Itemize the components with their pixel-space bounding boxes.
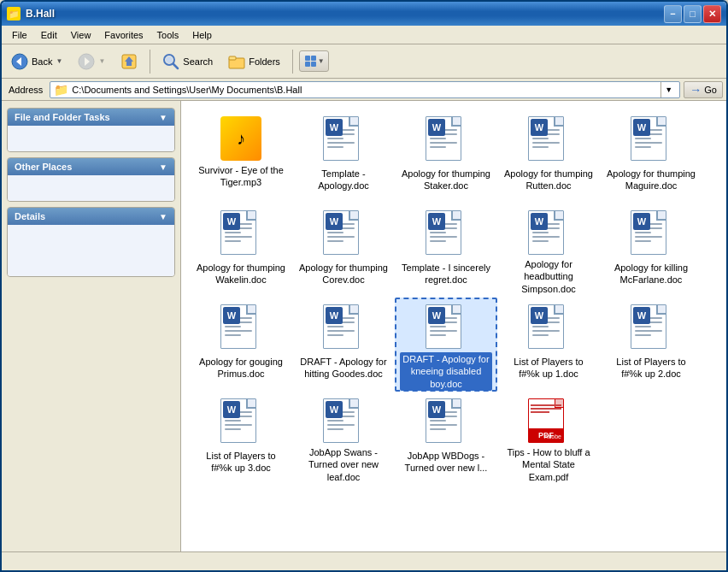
file-name: Apology for killing McFarlane.doc [605,262,697,286]
file-name: List of Players to f#%k up 1.doc [502,356,595,380]
file-name: Survivor - Eye of the Tiger.mp3 [195,164,287,189]
pdf-icon: PDF Adobe [528,398,569,443]
folders-button[interactable]: Folders [222,50,286,74]
file-folder-tasks-section: File and Folder Tasks ▼ [7,108,175,152]
file-item-5[interactable]: W Apology for thumping Maguire.doc [600,109,702,203]
back-dropdown[interactable]: ▼ [56,57,62,65]
toolbar-separator-1 [150,50,150,74]
window-icon: 📁 [7,7,21,21]
menu-help[interactable]: Help [185,28,219,42]
file-name: Apology for headbutting Simpson.doc [502,258,595,295]
mp3-icon: ♪ [220,116,261,161]
file-item-11[interactable]: W Apology for gouging Primus.doc [190,298,292,392]
doc-icon: W [323,398,364,443]
file-name: Apology for thumping Wakelin.doc [195,262,287,286]
file-name: Template - Apology.doc [297,168,390,192]
left-panel: File and Folder Tasks ▼ Other Places ▼ D… [2,101,181,551]
file-item-19[interactable]: PDF Adobe Tips - How to bluff a Mental S… [497,392,600,486]
views-dropdown-arrow[interactable]: ▼ [318,57,325,65]
doc-icon: W [426,210,467,258]
file-folder-tasks-label: File and Folder Tasks [15,112,110,122]
main-area: File and Folder Tasks ▼ Other Places ▼ D… [2,101,726,551]
main-window: 📁 B.Hall − □ ✕ File Edit View Favorites … [0,0,728,572]
other-places-arrow: ▼ [159,162,167,172]
file-item-10[interactable]: W Apology for killing McFarlane.doc [600,203,702,298]
menu-bar: File Edit View Favorites Tools Help [2,26,726,44]
file-item-14[interactable]: W List of Players to f#%k up 1.doc [497,298,600,392]
doc-icon: W [220,398,261,446]
file-item-6[interactable]: W Apology for thumping Wakelin.doc [190,203,292,298]
file-name: Tips - How to bluff a Mental State Exam.… [502,446,595,483]
svg-line-9 [173,64,178,68]
title-bar: 📁 B.Hall − □ ✕ [2,2,726,26]
menu-favorites[interactable]: Favorites [97,28,150,42]
doc-icon: W [631,304,672,352]
file-name: Apology for thumping Corev.doc [297,262,390,286]
file-name: Apology for thumping Rutten.doc [502,168,595,192]
details-section: Details ▼ [7,207,175,277]
details-body [8,225,174,276]
svg-point-8 [166,56,173,63]
file-item-2[interactable]: W Template - Apology.doc [292,109,395,203]
doc-icon: W [220,304,261,352]
other-places-header[interactable]: Other Places ▼ [8,158,174,175]
file-item-3[interactable]: W Apology for thumping Staker.doc [395,109,497,203]
up-button[interactable] [114,50,144,74]
views-button[interactable]: ▼ [299,50,329,72]
doc-icon: W [323,116,364,164]
file-area: ♪ Survivor - Eye of the Tiger.mp3 W Temp… [181,101,726,551]
back-icon [11,53,28,70]
title-bar-left: 📁 B.Hall [7,7,55,21]
menu-view[interactable]: View [64,28,98,42]
file-item-12[interactable]: W DRAFT - Apology for hitting Goodes.doc [292,298,395,392]
title-buttons: − □ ✕ [664,5,721,23]
back-label: Back [32,56,52,67]
file-item-16[interactable]: W List of Players to f#%k up 3.doc [190,392,292,486]
back-button[interactable]: Back ▼ [5,50,68,74]
forward-dropdown[interactable]: ▼ [98,57,105,65]
menu-tools[interactable]: Tools [150,28,186,42]
file-item-7[interactable]: W Apology for thumping Corev.doc [292,203,395,298]
doc-icon: W [631,210,672,258]
go-button[interactable]: → Go [684,81,723,98]
maximize-button[interactable]: □ [684,5,702,23]
minimize-button[interactable]: − [664,5,682,23]
address-label: Address [5,85,46,95]
forward-icon [78,53,95,70]
doc-icon: W [426,304,467,349]
file-name: JobApp Swans - Turned over new leaf.doc [297,446,390,483]
up-icon [120,53,138,70]
doc-icon: W [426,116,467,164]
file-item-17[interactable]: W JobApp Swans - Turned over new leaf.do… [292,392,395,486]
other-places-section: Other Places ▼ [7,157,175,202]
views-icon [303,54,318,68]
file-item-8[interactable]: W Template - I sincerely regret.doc [395,203,497,298]
file-name: DRAFT - Apology for hitting Goodes.doc [297,356,390,380]
search-icon [162,53,179,70]
details-label: Details [15,211,45,221]
file-item-18[interactable]: W JobApp WBDogs - Turned over new l... [395,392,497,486]
file-folder-tasks-header[interactable]: File and Folder Tasks ▼ [8,109,174,126]
address-folder-icon: 📁 [54,83,68,97]
address-dropdown[interactable]: ▼ [660,82,676,97]
file-name: List of Players to f#%k up 3.doc [195,450,287,475]
file-item-1[interactable]: ♪ Survivor - Eye of the Tiger.mp3 [190,109,292,203]
file-item-9[interactable]: W Apology for headbutting Simpson.doc [497,203,600,298]
file-name: List of Players to f#%k up 2.doc [605,356,697,380]
menu-edit[interactable]: Edit [34,28,64,42]
close-button[interactable]: ✕ [703,5,721,23]
file-item-15[interactable]: W List of Players to f#%k up 2.doc [600,298,702,392]
search-button[interactable]: Search [156,50,219,74]
menu-file[interactable]: File [5,28,34,42]
doc-icon: W [323,210,364,258]
file-item-13[interactable]: W DRAFT - Apology for kneeing disabled b… [395,298,497,392]
doc-icon: W [631,116,672,164]
details-header[interactable]: Details ▼ [8,208,174,225]
other-places-body [8,175,174,201]
file-item-4[interactable]: W Apology for thumping Rutten.doc [497,109,600,203]
file-folder-tasks-body [8,126,174,151]
forward-button[interactable]: ▼ [72,50,111,74]
file-name: Template - I sincerely regret.doc [400,262,492,286]
doc-icon: W [528,304,569,352]
svg-rect-6 [126,62,132,66]
